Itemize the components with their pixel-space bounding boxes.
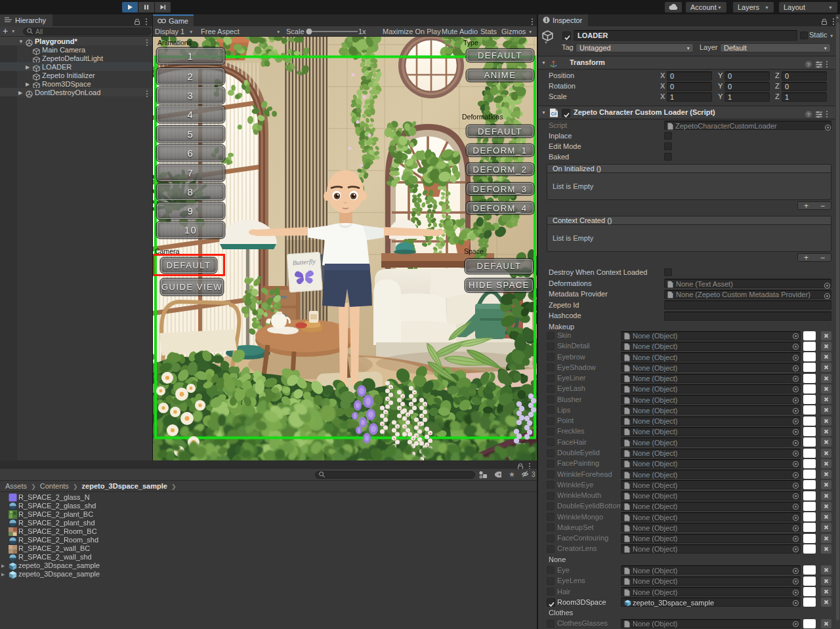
svg-text:?: ? bbox=[807, 62, 810, 68]
svg-text:C#: C# bbox=[551, 112, 557, 116]
svg-text:?: ? bbox=[807, 112, 810, 117]
